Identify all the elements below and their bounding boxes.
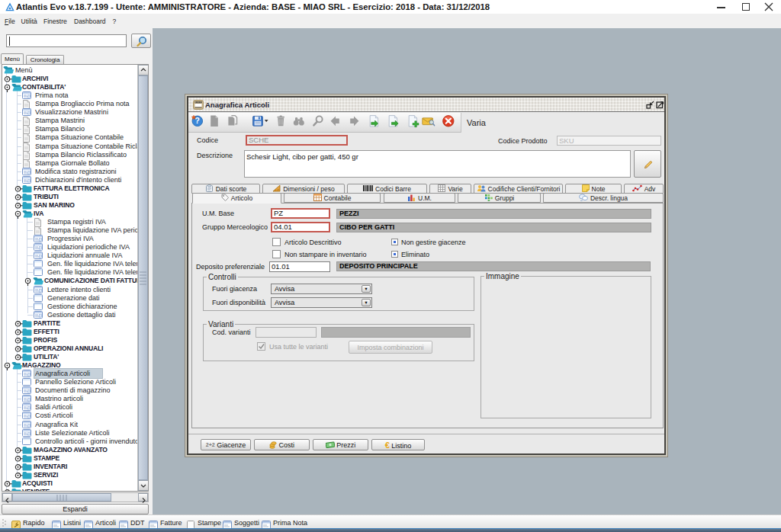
svg-text:?: ? (195, 117, 200, 125)
